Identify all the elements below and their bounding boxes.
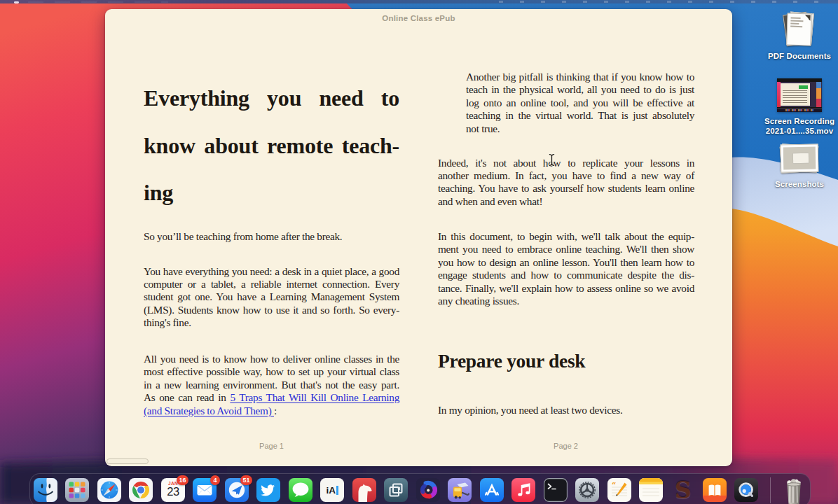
trash-icon (781, 478, 806, 504)
horizontal-scrollbar[interactable] (107, 458, 149, 464)
desktop-label: Screen Recording (757, 117, 838, 127)
calendar-day: 23 (161, 486, 185, 498)
dock-item-finder[interactable] (34, 478, 57, 502)
screenshots-icon (778, 142, 821, 176)
dock-item-chrome[interactable] (129, 478, 153, 502)
hyperlink[interactable]: (and Strategies to Avoid Them) (144, 405, 274, 416)
window-manager-icon (384, 478, 408, 502)
dock-item-ia-writer[interactable]: iA (320, 478, 344, 502)
notification-badge: 51 (240, 475, 252, 485)
dock-item-scrivener[interactable]: S (671, 478, 695, 502)
pdf-documents-icon (780, 11, 819, 48)
dock-item-mail[interactable]: 4 (193, 478, 217, 502)
page-number-right: Page 2 (438, 442, 694, 450)
desktop-icon-screen-recording[interactable]: Screen Recording 2021-01....35.mov (757, 78, 838, 136)
screen-recording-icon (777, 78, 822, 112)
desktop-label: PDF Documents (757, 52, 838, 62)
messages-icon (289, 478, 312, 502)
app-store-icon (480, 478, 504, 502)
page-number-left: Page 1 (144, 442, 399, 450)
dock-item-books[interactable] (703, 478, 727, 502)
menu-bar (0, 0, 838, 4)
dock-item-window-manager[interactable] (384, 478, 408, 502)
dock-item-swirl-app[interactable] (416, 478, 440, 502)
svg-text:“: “ (612, 481, 616, 490)
dock-item-twitter[interactable] (256, 478, 280, 502)
dock-item-bear[interactable] (352, 478, 376, 502)
notification-badge: 4 (210, 475, 220, 485)
desktop-label-line2: 2021-01....35.mov (757, 127, 838, 136)
paragraph: You have everything you need: a desk in … (144, 265, 399, 330)
notification-badge: 16 (177, 475, 188, 485)
dock-item-quicktime[interactable] (734, 478, 758, 502)
dock-item-launchpad[interactable] (65, 478, 89, 502)
music-icon (511, 478, 535, 502)
menu-items-hint (28, 1, 168, 4)
dock-item-spark[interactable]: 51 (225, 478, 249, 502)
safari-icon (97, 478, 121, 502)
launchpad-icon (65, 478, 89, 502)
text-cursor (547, 153, 556, 167)
dock-separator (770, 477, 771, 503)
paragraph: All you need is to know how to deliver o… (144, 353, 399, 417)
scrivener-icon: S (671, 478, 695, 502)
bear-icon (352, 478, 376, 502)
paragraph: In this document, to begin with, we'll t… (438, 230, 694, 308)
desktop-icon-pdf-documents[interactable]: PDF Documents (757, 11, 838, 62)
dock: JAN 23 16 4 51 (29, 473, 811, 504)
paragraph: So you’ll be teaching from home after th… (144, 230, 399, 243)
dock-item-app-store[interactable] (480, 478, 504, 502)
apple-logo-icon (14, 1, 19, 4)
paragraph: Indeed, it's not about how to replicate … (438, 157, 694, 209)
finder-icon (34, 478, 57, 502)
blockquote: Another big pitfall is thinking that if … (438, 71, 694, 135)
window-title: Online Class ePub (105, 14, 732, 22)
chapter-heading: Everything you need toknow about remote … (144, 85, 399, 227)
hyperlink[interactable]: 5 Traps That Will Kill Online Learning (230, 391, 399, 403)
pages-icon: “ (607, 478, 631, 502)
dock-item-calendar[interactable]: JAN 23 16 (161, 478, 185, 502)
ia-writer-icon: iA (320, 478, 344, 502)
desktop-label: Screenshots (757, 180, 838, 190)
quicktime-icon (734, 478, 758, 502)
dock-item-music[interactable] (511, 478, 535, 502)
desktop-icon-screenshots[interactable]: Screenshots (757, 142, 838, 190)
dock-item-messages[interactable] (289, 478, 312, 502)
dock-item-pages[interactable]: “ (607, 478, 631, 502)
terminal-icon (544, 478, 568, 502)
swirl-app-icon (416, 478, 440, 502)
notes-icon (639, 478, 663, 502)
dock-item-system-preferences[interactable] (575, 478, 599, 502)
dock-item-trash[interactable] (781, 478, 805, 502)
books-reader-window: Online Class ePub Everything you need to… (105, 9, 732, 466)
dock-item-transmit[interactable] (448, 478, 472, 502)
books-icon (703, 478, 727, 502)
twitter-icon (256, 478, 280, 502)
dock-item-notes[interactable] (639, 478, 663, 502)
transmit-icon (448, 478, 472, 502)
dock-item-terminal[interactable] (544, 478, 568, 502)
chrome-icon (129, 478, 153, 502)
dock-item-safari[interactable] (97, 478, 121, 502)
status-icons-hint (499, 1, 821, 3)
system-preferences-icon (575, 478, 599, 502)
paragraph: In my opinion, you need at least two dev… (438, 404, 694, 416)
section-heading: Prepare your desk (438, 350, 694, 372)
